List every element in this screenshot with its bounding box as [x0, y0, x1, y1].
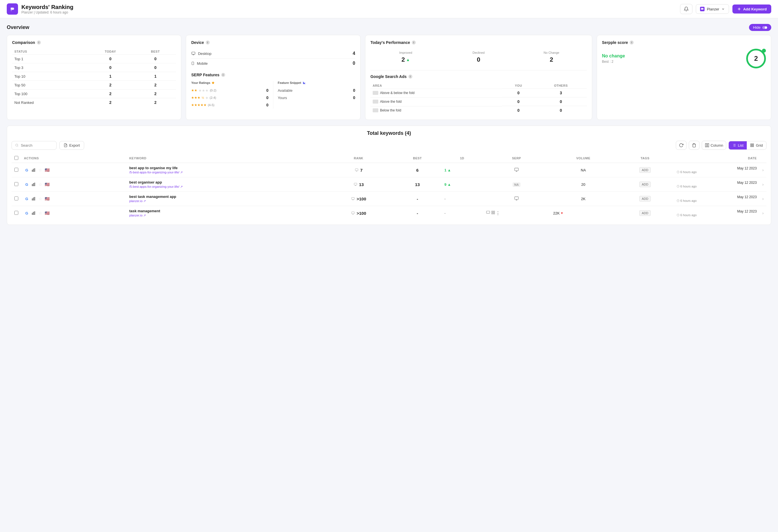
serpple-status: No change: [602, 54, 625, 59]
select-all-checkbox[interactable]: [14, 156, 18, 160]
table-row: G ☆ 🇺🇸 task management planzer.io ↗ >100…: [11, 206, 767, 220]
keyword-name: best app to organise my life: [129, 166, 321, 170]
row-chevron-icon[interactable]: ›: [762, 182, 764, 186]
serp-grid: Your Ratings ★★★★★ (0-2) 0: [191, 81, 355, 109]
chart-bar-icon[interactable]: [31, 181, 36, 187]
logo: [7, 3, 18, 15]
comparison-row: Not Ranked 2 2: [12, 98, 176, 107]
google-icon[interactable]: G: [24, 210, 29, 216]
add-tag-button[interactable]: ADD: [639, 196, 651, 202]
volume-value: 22K ♥: [553, 211, 613, 215]
serp-info-icon[interactable]: i: [221, 73, 225, 77]
google-icon[interactable]: G: [24, 181, 29, 187]
monitor-serp-icon: [514, 196, 519, 201]
ads-info-icon[interactable]: i: [408, 75, 412, 79]
plus-icon: [737, 7, 742, 11]
flag-icon: 🇺🇸: [44, 181, 50, 187]
date-cell: May 12 2023 6 hours ago: [677, 181, 757, 188]
star-action-icon[interactable]: ☆: [37, 210, 43, 216]
keyword-url-link[interactable]: /5-best-apps-for-organizing-your-life/ ↗: [129, 170, 183, 174]
more-icon[interactable]: ⋮: [496, 211, 500, 216]
row-checkbox[interactable]: [14, 168, 18, 172]
add-tag-button[interactable]: ADD: [639, 210, 651, 216]
serpple-content: No change Best : 2 2: [602, 49, 766, 68]
svg-rect-48: [493, 213, 494, 214]
row-checkbox[interactable]: [14, 182, 18, 186]
grid-view-button[interactable]: Grid: [747, 141, 766, 149]
star-action-icon[interactable]: ☆: [37, 167, 43, 173]
hide-button[interactable]: Hide: [749, 24, 771, 31]
best-value: -: [416, 211, 418, 216]
notification-button[interactable]: [680, 4, 692, 14]
google-icon[interactable]: G: [24, 167, 29, 173]
export-icon: [64, 143, 68, 147]
chart-bar-icon[interactable]: [31, 210, 36, 216]
keyword-url-link[interactable]: planzer.io ↗: [129, 214, 146, 217]
serpple-info-icon[interactable]: i: [630, 41, 634, 45]
comparison-row: Top 50 2 2: [12, 81, 176, 89]
add-tag-button[interactable]: ADD: [639, 167, 651, 173]
rank-value: 13: [359, 182, 364, 187]
chart-bar-icon[interactable]: [31, 167, 36, 173]
keyword-url: /5-best-apps-for-organizing-your-life/ ↗: [129, 170, 321, 174]
refresh-button[interactable]: [676, 141, 687, 150]
workspace-selector[interactable]: Planzer: [696, 4, 729, 14]
declined-label: Declined: [445, 51, 513, 54]
th-1d: 1D: [442, 154, 483, 163]
rating-4-5: ★★★★★ (4-5) 0: [191, 101, 268, 109]
ads-row: Above the fold 0 0: [371, 97, 587, 106]
improved-value: 2 ▲: [372, 56, 440, 63]
column-button[interactable]: Column: [702, 141, 726, 150]
row-chevron-icon[interactable]: ›: [762, 197, 764, 201]
rating-2-4: ★★★½★ (2-4) 0: [191, 94, 268, 101]
add-tag-button[interactable]: ADD: [639, 181, 651, 187]
chart-bar-icon[interactable]: [31, 196, 36, 202]
date-main: May 12 2023: [677, 210, 757, 213]
keyword-url-link[interactable]: /5-best-apps-for-organizing-your-life/ ↗: [129, 185, 183, 188]
rank-value: >100: [357, 197, 366, 201]
svg-rect-20: [753, 144, 754, 145]
svg-rect-34: [32, 199, 33, 200]
page-title: Keywords' Ranking: [21, 4, 73, 10]
header-right: Planzer Add Keyword: [680, 4, 771, 14]
ads-row: Below the fold 0 0: [371, 106, 587, 115]
flag-icon: 🇺🇸: [44, 210, 50, 216]
serpple-best: Best : 2: [602, 60, 625, 64]
overview-header: Overview Hide: [7, 24, 771, 31]
header-left: Keywords' Ranking Planzer | Updated: 6 h…: [7, 3, 73, 15]
keyword-url-link[interactable]: planzer.io ↗: [129, 199, 146, 203]
table-row: G ☆ 🇺🇸 best organiser app /5-best-apps-f…: [11, 177, 767, 192]
row-checkbox[interactable]: [14, 211, 18, 215]
declined-value: 0: [445, 56, 513, 63]
th-date: DATE: [674, 154, 760, 163]
performance-title: Today's Performance i: [371, 40, 587, 45]
keyword-name: best organiser app: [129, 180, 321, 184]
svg-marker-8: [212, 81, 215, 84]
device-info-icon[interactable]: i: [206, 41, 210, 45]
serp-value: NA: [513, 182, 521, 186]
keyword-url: planzer.io ↗: [129, 199, 321, 203]
performance-info-icon[interactable]: i: [412, 41, 416, 45]
star-action-icon[interactable]: ☆: [37, 196, 43, 202]
th-tags: TAGS: [616, 154, 674, 163]
row-checkbox[interactable]: [14, 197, 18, 201]
delete-button[interactable]: [689, 141, 699, 150]
export-button[interactable]: Export: [59, 141, 84, 150]
serp-left: Your Ratings ★★★★★ (0-2) 0: [191, 81, 273, 109]
change-value: 9 ▲: [445, 182, 480, 186]
star-action-icon[interactable]: ☆: [37, 181, 43, 187]
row-chevron-icon[interactable]: ›: [762, 168, 764, 172]
th-actions: ACTIONS: [21, 154, 127, 163]
comparison-info-icon[interactable]: i: [37, 41, 41, 45]
add-keyword-button[interactable]: Add Keyword: [732, 4, 771, 13]
search-box[interactable]: [11, 141, 57, 150]
google-icon[interactable]: G: [24, 196, 29, 202]
list-view-button[interactable]: List: [729, 141, 747, 149]
search-input[interactable]: [21, 143, 53, 148]
row-chevron-icon[interactable]: ›: [762, 211, 764, 215]
flag-icon: 🇺🇸: [44, 167, 50, 173]
ads-col-others: OTHERS: [535, 83, 587, 89]
monitor-serp-icon: [514, 167, 519, 172]
row-actions: G ☆ 🇺🇸: [24, 181, 124, 187]
export-label: Export: [69, 143, 80, 148]
